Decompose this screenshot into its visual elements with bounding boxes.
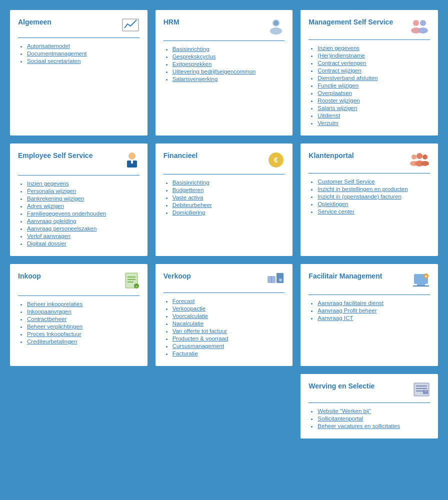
list-link[interactable]: Nacalculatie xyxy=(172,320,204,326)
list-item[interactable]: Bankrekening wijzigen xyxy=(27,196,140,202)
list-link[interactable]: Basisinrichting xyxy=(172,180,210,186)
list-item[interactable]: Contractbeheer xyxy=(27,316,140,322)
list-item[interactable]: Personalia wijzigen xyxy=(27,188,140,194)
list-link[interactable]: Gesprekskcyclus xyxy=(172,54,216,60)
list-link[interactable]: Uitlevering bedrijfseigencommon xyxy=(172,68,256,74)
list-link[interactable]: Debiteurbeheer xyxy=(172,202,212,208)
list-item[interactable]: Forecast xyxy=(172,298,285,304)
list-item[interactable]: Inzien gegevens xyxy=(318,45,430,51)
list-link[interactable]: Voorcalculatie xyxy=(172,313,208,319)
list-link[interactable]: (Her)indienstname xyxy=(318,52,365,58)
list-link[interactable]: Overplaatsen xyxy=(318,90,352,96)
list-link[interactable]: Exitgesprekken xyxy=(172,61,212,67)
list-item[interactable]: Exitgesprekken xyxy=(172,61,285,67)
list-link[interactable]: Inzien gegevens xyxy=(27,180,69,186)
list-link[interactable]: Aanvraag opleiding xyxy=(27,218,76,224)
list-link[interactable]: Uitdienst xyxy=(318,112,340,118)
list-link[interactable]: Adres wijzigen xyxy=(27,203,64,209)
list-item[interactable]: Inzicht in bestellingen en producten xyxy=(318,186,430,192)
list-link[interactable]: Inzicht in (openstaande) facturen xyxy=(318,194,402,200)
list-link[interactable]: Verlof aanvragen xyxy=(27,233,70,239)
list-item[interactable]: Beheer vacatures en sollicitaties xyxy=(318,423,430,429)
list-link[interactable]: Beheer vacatures en sollicitaties xyxy=(318,423,400,429)
list-link[interactable]: Budgetteren xyxy=(172,187,204,193)
list-link[interactable]: Beheer verplichtingen xyxy=(27,324,82,330)
list-item[interactable]: Rooster wijzigen xyxy=(318,98,430,104)
list-link[interactable]: Sollicitantenportal xyxy=(318,416,363,422)
list-item[interactable]: Opleidingen xyxy=(318,201,430,207)
list-link[interactable]: Salarisverwerking xyxy=(172,76,218,82)
list-link[interactable]: Cursusmanagement xyxy=(172,343,224,349)
list-item[interactable]: Vaste activa xyxy=(172,194,285,200)
list-item[interactable]: Dienstverband afsluiten xyxy=(318,75,430,81)
list-item[interactable]: Voorcalculatie xyxy=(172,313,285,319)
list-item[interactable]: Functie wijzigen xyxy=(318,82,430,88)
list-item[interactable]: Proces Inkoopfactuur xyxy=(27,331,140,337)
list-link[interactable]: Inzicht in bestellingen en producten xyxy=(318,186,408,192)
list-item[interactable]: Beheer inkooprelaties xyxy=(27,301,140,307)
list-link[interactable]: Van offerte tot factuur xyxy=(172,328,228,334)
list-item[interactable]: Adres wijzigen xyxy=(27,203,140,209)
list-item[interactable]: Verkoopactie xyxy=(172,306,285,312)
list-item[interactable]: Salaris wijzigen xyxy=(318,105,430,111)
list-link[interactable]: Aanvraag facilitaire dienst xyxy=(318,300,384,306)
list-link[interactable]: Aanvraag Profit beheer xyxy=(318,308,376,314)
list-link[interactable]: Aanvraag personeelszaken xyxy=(27,226,96,232)
list-item[interactable]: Verzuim xyxy=(318,120,430,126)
list-link[interactable]: Contract verlengen xyxy=(318,60,366,66)
list-link[interactable]: Rooster wijzigen xyxy=(318,98,360,104)
list-link[interactable]: Familiegegevens onderhouden xyxy=(27,210,106,216)
list-link[interactable]: Functie wijzigen xyxy=(318,82,358,88)
list-item[interactable]: Customer Self Service xyxy=(318,178,430,184)
list-item[interactable]: Inkoopaanvragen xyxy=(27,308,140,314)
list-link[interactable]: Customer Self Service xyxy=(318,178,374,184)
list-item[interactable]: Sollicitantenportal xyxy=(318,416,430,422)
list-item[interactable]: Aanvraag personeelszaken xyxy=(27,226,140,232)
list-item[interactable]: Digitaal dossier xyxy=(27,240,140,246)
list-item[interactable]: Basisinrichting xyxy=(172,180,285,186)
list-item[interactable]: Nacalculatie xyxy=(172,320,285,326)
list-item[interactable]: Cursusmanagement xyxy=(172,343,285,349)
list-item[interactable]: Basisinrichting xyxy=(172,46,285,52)
list-link[interactable]: Contract wijzigen xyxy=(318,68,362,74)
list-link[interactable]: Vaste activa xyxy=(172,194,204,200)
list-item[interactable]: Domiciliering xyxy=(172,210,285,216)
list-item[interactable]: Aanvraag facilitaire dienst xyxy=(318,300,430,306)
list-link[interactable]: Digitaal dossier xyxy=(27,240,66,246)
list-item[interactable]: Sociaal secretariaten xyxy=(27,58,140,64)
list-item[interactable]: Van offerte tot factuur xyxy=(172,328,285,334)
list-link[interactable]: Sociaal secretariaten xyxy=(27,58,80,64)
list-link[interactable]: Aanvraag ICT xyxy=(318,315,353,321)
list-link[interactable]: Basisinrichting xyxy=(172,46,210,52)
list-link[interactable]: Opleidingen xyxy=(318,201,348,207)
list-item[interactable]: (Her)indienstname xyxy=(318,52,430,58)
list-item[interactable]: Beheer verplichtingen xyxy=(27,324,140,330)
list-link[interactable]: Contractbeheer xyxy=(27,316,66,322)
list-item[interactable]: Debiteurbeheer xyxy=(172,202,285,208)
list-item[interactable]: Service center xyxy=(318,208,430,214)
list-item[interactable]: Contract wijzigen xyxy=(318,68,430,74)
list-link[interactable]: Dienstverband afsluiten xyxy=(318,75,378,81)
list-item[interactable]: Familiegegevens onderhouden xyxy=(27,210,140,216)
list-link[interactable]: Proces Inkoopfactuur xyxy=(27,331,82,337)
list-link[interactable]: Personalia wijzigen xyxy=(27,188,76,194)
list-item[interactable]: Salarisverwerking xyxy=(172,76,285,82)
list-item[interactable]: Gesprekskcyclus xyxy=(172,54,285,60)
list-item[interactable]: Crediteurbetalingen xyxy=(27,338,140,344)
list-link[interactable]: Crediteurbetalingen xyxy=(27,338,77,344)
list-item[interactable]: Overplaatsen xyxy=(318,90,430,96)
list-link[interactable]: Autorisatiemodel xyxy=(27,43,70,49)
list-link[interactable]: Website "Werken bij" xyxy=(318,408,371,414)
list-item[interactable]: Aanvraag Profit beheer xyxy=(318,308,430,314)
list-link[interactable]: Forecast xyxy=(172,298,195,304)
list-item[interactable]: Uitdienst xyxy=(318,112,430,118)
list-item[interactable]: Inzien gegevens xyxy=(27,180,140,186)
list-item[interactable]: Autorisatiemodel xyxy=(27,43,140,49)
list-item[interactable]: Budgetteren xyxy=(172,187,285,193)
list-item[interactable]: Inzicht in (openstaande) facturen xyxy=(318,194,430,200)
list-item[interactable]: Contract verlengen xyxy=(318,60,430,66)
list-item[interactable]: Facturatie xyxy=(172,350,285,356)
list-item[interactable]: Aanvraag ICT xyxy=(318,315,430,321)
list-link[interactable]: Inzien gegevens xyxy=(318,45,360,51)
list-link[interactable]: Verkoopactie xyxy=(172,306,206,312)
